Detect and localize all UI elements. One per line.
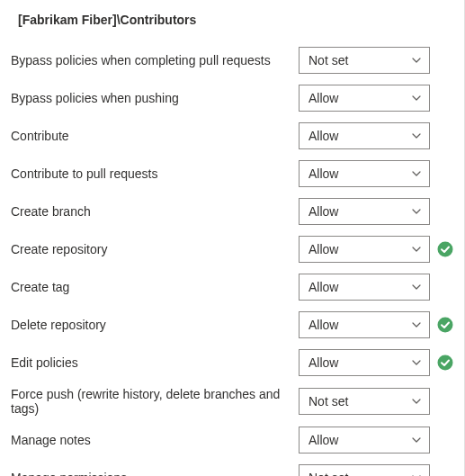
permission-value: Allow bbox=[309, 318, 338, 332]
chevron-down-icon bbox=[411, 357, 422, 368]
permission-value: Not set bbox=[309, 394, 348, 409]
permission-select[interactable]: Allow bbox=[299, 85, 430, 112]
permission-select-wrap: Not set bbox=[299, 388, 430, 415]
permission-value: Not set bbox=[309, 471, 348, 476]
permission-label: Create branch bbox=[11, 204, 299, 219]
permission-label: Edit policies bbox=[11, 355, 299, 370]
permission-label: Contribute to pull requests bbox=[11, 166, 299, 181]
permission-label: Bypass policies when completing pull req… bbox=[11, 53, 299, 67]
permission-select[interactable]: Allow bbox=[299, 160, 430, 187]
permission-select[interactable]: Allow bbox=[299, 274, 430, 301]
chevron-down-icon bbox=[411, 319, 422, 330]
permission-label: Create repository bbox=[11, 242, 299, 256]
permission-label: Manage permissions bbox=[11, 471, 299, 476]
permission-select-wrap: Allow bbox=[299, 274, 430, 301]
chevron-down-icon bbox=[411, 93, 422, 103]
permission-row: Create tag Allow bbox=[9, 268, 455, 306]
chevron-down-icon bbox=[411, 168, 422, 179]
chevron-down-icon bbox=[411, 282, 422, 292]
explicit-check-icon bbox=[437, 241, 453, 257]
permission-select[interactable]: Not set bbox=[299, 388, 430, 415]
permission-select[interactable]: Not set bbox=[299, 464, 430, 476]
permission-select[interactable]: Not set bbox=[299, 47, 430, 74]
permission-select-wrap: Allow bbox=[299, 236, 430, 263]
permission-select-wrap: Not set bbox=[299, 47, 430, 74]
permission-row: Create repository Allow bbox=[9, 230, 455, 268]
status-cell bbox=[435, 241, 455, 257]
permission-value: Not set bbox=[309, 53, 348, 67]
permission-select-wrap: Allow bbox=[299, 198, 430, 225]
permission-select[interactable]: Allow bbox=[299, 122, 430, 149]
permission-select[interactable]: Allow bbox=[299, 427, 430, 454]
chevron-down-icon bbox=[411, 244, 422, 255]
permission-row: Create branch Allow bbox=[9, 193, 455, 230]
permission-select-wrap: Allow bbox=[299, 85, 430, 112]
permission-row: Bypass policies when completing pull req… bbox=[9, 41, 455, 79]
svg-point-0 bbox=[438, 242, 453, 257]
chevron-down-icon bbox=[411, 472, 422, 476]
status-cell bbox=[435, 317, 455, 333]
permission-select[interactable]: Allow bbox=[299, 236, 430, 263]
permission-value: Allow bbox=[309, 91, 338, 105]
permission-row: Bypass policies when pushing Allow bbox=[9, 79, 455, 117]
permission-value: Allow bbox=[309, 166, 338, 181]
chevron-down-icon bbox=[411, 55, 422, 66]
permission-select-wrap: Allow bbox=[299, 311, 430, 338]
permission-label: Contribute bbox=[11, 129, 299, 143]
permission-row: Delete repository Allow bbox=[9, 306, 455, 344]
status-cell bbox=[435, 355, 455, 371]
explicit-check-icon bbox=[437, 317, 453, 333]
permission-label: Bypass policies when pushing bbox=[11, 91, 299, 105]
permission-row: Manage notes Allow bbox=[9, 421, 455, 459]
permission-label: Delete repository bbox=[11, 318, 299, 332]
permission-value: Allow bbox=[309, 129, 338, 143]
svg-point-1 bbox=[438, 318, 453, 333]
permission-select[interactable]: Allow bbox=[299, 349, 430, 376]
chevron-down-icon bbox=[411, 396, 422, 407]
page-title: [Fabrikam Fiber]\Contributors bbox=[9, 7, 455, 41]
permission-select[interactable]: Allow bbox=[299, 311, 430, 338]
permission-value: Allow bbox=[309, 242, 338, 256]
permissions-list: Bypass policies when completing pull req… bbox=[9, 41, 455, 476]
permission-select-wrap: Allow bbox=[299, 122, 430, 149]
svg-point-2 bbox=[438, 355, 453, 371]
permission-label: Force push (rewrite history, delete bran… bbox=[11, 387, 299, 416]
permission-select-wrap: Allow bbox=[299, 349, 430, 376]
permission-value: Allow bbox=[309, 280, 338, 294]
permission-label: Create tag bbox=[11, 280, 299, 294]
permission-value: Allow bbox=[309, 204, 338, 219]
chevron-down-icon bbox=[411, 206, 422, 217]
permission-label: Manage notes bbox=[11, 433, 299, 447]
permission-row: Edit policies Allow bbox=[9, 344, 455, 382]
permission-select[interactable]: Allow bbox=[299, 198, 430, 225]
chevron-down-icon bbox=[411, 130, 422, 141]
explicit-check-icon bbox=[437, 355, 453, 371]
permission-row: Contribute Allow bbox=[9, 117, 455, 155]
permission-select-wrap: Allow bbox=[299, 160, 430, 187]
permission-value: Allow bbox=[309, 355, 338, 370]
permission-row: Contribute to pull requests Allow bbox=[9, 155, 455, 193]
permission-row: Manage permissions Not set bbox=[9, 459, 455, 476]
permission-value: Allow bbox=[309, 433, 338, 447]
permission-select-wrap: Allow bbox=[299, 427, 430, 454]
permission-select-wrap: Not set bbox=[299, 464, 430, 476]
chevron-down-icon bbox=[411, 435, 422, 445]
permission-row: Force push (rewrite history, delete bran… bbox=[9, 382, 455, 421]
